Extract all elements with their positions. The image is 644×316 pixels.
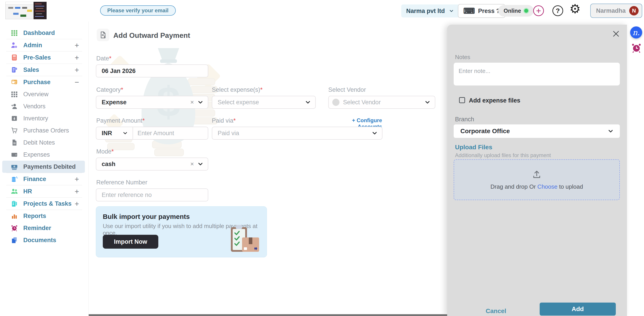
- expand-plus-icon[interactable]: +: [74, 187, 79, 196]
- add-expense-files-label: Add expense files: [469, 97, 520, 104]
- sidebar-item-sales[interactable]: Sales +: [2, 64, 85, 76]
- horizontal-scrollbar[interactable]: [89, 314, 447, 316]
- required-asterisk: *: [109, 55, 112, 62]
- file-dropzone[interactable]: Drag and drop Or Choose to upload: [454, 159, 620, 200]
- chevron-down-icon[interactable]: [371, 130, 378, 136]
- expand-plus-icon[interactable]: +: [74, 53, 79, 62]
- paidvia-select[interactable]: Paid via: [212, 127, 382, 140]
- sidebar-item-reminder[interactable]: Reminder: [2, 222, 85, 234]
- sidebar-item-reports[interactable]: Reports: [2, 210, 85, 222]
- sidebar-item-debit-notes[interactable]: Debit Notes: [2, 136, 85, 149]
- sidebar-item-label: Vendors: [23, 103, 46, 110]
- n-logo-glyph: n.: [632, 28, 640, 37]
- expense-select[interactable]: Select expense: [212, 96, 316, 109]
- chevron-down-icon[interactable]: [424, 99, 431, 106]
- bulk-import-card: Bulk import your payments Use our import…: [96, 206, 267, 257]
- sidebar-item-hr[interactable]: HR +: [2, 185, 85, 197]
- help-button[interactable]: ?: [552, 5, 563, 16]
- sidebar-item-label: HR: [23, 188, 32, 195]
- mode-label: Mode*: [96, 148, 114, 155]
- people-icon: [11, 188, 18, 195]
- cancel-button[interactable]: Cancel: [475, 305, 517, 316]
- reminder-float-icon[interactable]: [631, 42, 642, 53]
- branch-select[interactable]: Corporate Office: [454, 124, 620, 138]
- vendor-select[interactable]: Select Vendor: [328, 96, 435, 109]
- mode-select[interactable]: cash ×: [96, 158, 208, 171]
- sidebar-item-projects-tasks[interactable]: Projects & Tasks +: [2, 198, 85, 210]
- app-logo-thumbnail[interactable]: [5, 2, 46, 19]
- chevron-down-icon[interactable]: [304, 99, 311, 106]
- sidebar-item-purchase-orders[interactable]: Purchase Orders: [2, 124, 85, 136]
- close-icon[interactable]: [612, 29, 620, 38]
- date-input-field[interactable]: [96, 68, 208, 74]
- upload-files-title[interactable]: Upload Files: [455, 144, 492, 151]
- clear-icon[interactable]: ×: [190, 99, 194, 106]
- bulk-import-title: Bulk import your payments: [103, 213, 190, 220]
- vendor-label: Select Vendor: [328, 86, 366, 93]
- reference-input[interactable]: [96, 188, 208, 201]
- sidebar-item-finance[interactable]: Finance +: [2, 173, 85, 185]
- sidebar-item-label: Inventory: [23, 115, 48, 122]
- amount-group: INR: [96, 127, 208, 140]
- gear-icon: ⚙: [570, 2, 581, 16]
- expand-plus-icon[interactable]: +: [74, 41, 79, 50]
- svg-text:$: $: [104, 35, 106, 38]
- sidebar-item-label: Sales: [23, 66, 39, 73]
- vendor-placeholder: Select Vendor: [340, 99, 381, 106]
- reference-input-field[interactable]: [96, 192, 208, 199]
- settings-button[interactable]: ⚙: [570, 3, 581, 15]
- calculator-icon: [11, 54, 18, 61]
- chevron-down-icon[interactable]: [607, 128, 614, 134]
- sidebar-item-expenses[interactable]: Expenses: [2, 149, 85, 161]
- notes-input[interactable]: [454, 63, 620, 85]
- box-download-icon: [11, 115, 18, 122]
- expand-plus-icon[interactable]: +: [74, 199, 79, 208]
- sidebar-item-dashboard[interactable]: Dashboard: [2, 27, 85, 39]
- sidebar-item-pre-sales[interactable]: Pre-Sales +: [2, 51, 85, 63]
- category-select[interactable]: Expense ×: [96, 96, 208, 109]
- user-avatar: N: [629, 6, 639, 15]
- page-title-icon-box: $: [97, 29, 109, 41]
- verify-email-badge[interactable]: Please verify your email: [100, 5, 176, 16]
- expense-label: Select expense(s)*: [212, 86, 263, 93]
- topbar: Please verify your email Narma pvt ltd ⌨…: [0, 0, 644, 21]
- sidebar-item-admin[interactable]: Admin +: [2, 39, 85, 51]
- currency-value: INR: [96, 130, 112, 137]
- clear-icon[interactable]: ×: [190, 160, 194, 168]
- sidebar-item-label: Debit Notes: [23, 139, 55, 146]
- choose-upload-link[interactable]: Choose: [538, 183, 558, 190]
- date-input[interactable]: [96, 64, 208, 77]
- sidebar-item-purchase[interactable]: Purchase −: [2, 76, 85, 88]
- required-asterisk: *: [260, 86, 263, 93]
- company-name: Narma pvt ltd: [406, 7, 445, 14]
- sidebar-item-overview[interactable]: Overview: [2, 88, 85, 100]
- grid-icon: [11, 91, 18, 98]
- sidebar-item-documents[interactable]: Documents: [2, 234, 85, 246]
- sidebar-item-label: Purchase Orders: [23, 127, 69, 134]
- quick-add-button[interactable]: +: [533, 5, 544, 16]
- logo-code-pane: [34, 2, 46, 19]
- required-asterisk: *: [121, 86, 124, 93]
- expand-plus-icon[interactable]: +: [74, 65, 79, 74]
- chevron-down-icon[interactable]: [197, 161, 204, 167]
- coins-icon: [11, 175, 18, 183]
- brand-n-float-button[interactable]: n.: [630, 26, 642, 38]
- online-status-pill[interactable]: Online: [498, 5, 534, 16]
- add-expense-files-checkbox[interactable]: [459, 97, 465, 103]
- currency-select[interactable]: INR: [96, 127, 133, 139]
- collapse-minus-icon[interactable]: −: [74, 78, 79, 87]
- amount-input-field[interactable]: [133, 130, 208, 137]
- banknote-icon: [11, 163, 18, 170]
- user-menu[interactable]: Narmadha N: [590, 3, 642, 18]
- sidebar-item-vendors[interactable]: Vendors: [2, 100, 85, 112]
- sidebar-item-inventory[interactable]: Inventory: [2, 112, 85, 124]
- chevron-down-icon[interactable]: [122, 130, 128, 136]
- company-switcher[interactable]: Narma pvt ltd: [401, 4, 460, 17]
- clipboard-box-illustration: [229, 225, 260, 254]
- import-now-button[interactable]: Import Now: [103, 235, 158, 249]
- add-button[interactable]: Add: [540, 303, 616, 316]
- sidebar-nav: Dashboard Admin + Pre-Sales + Sales + Pu…: [0, 21, 89, 316]
- chevron-down-icon[interactable]: [197, 99, 204, 106]
- expand-plus-icon[interactable]: +: [74, 175, 79, 184]
- sidebar-item-payments-debited[interactable]: Payments Debited: [2, 161, 85, 173]
